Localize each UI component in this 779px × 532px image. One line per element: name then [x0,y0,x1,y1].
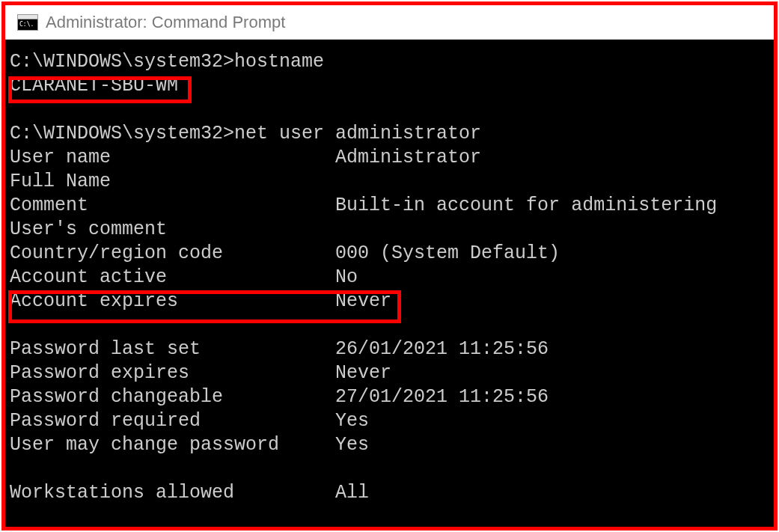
cmd-icon-text: C:\. [18,19,37,30]
row-country: Country/region code 000 (System Default) [10,242,560,264]
prompt-line-1: C:\WINDOWS\system32>hostname [10,51,324,73]
row-user-may-change: User may change password Yes [10,434,369,456]
row-pwd-changeable: Password changeable 27/01/2021 11:25:56 [10,386,549,408]
row-workstations: Workstations allowed All [10,482,369,504]
row-account-expires: Account expires Never [10,290,391,312]
row-pwd-last-set: Password last set 26/01/2021 11:25:56 [10,338,549,360]
row-users-comment: User's comment [10,218,335,240]
titlebar: C:\. Administrator: Command Prompt [5,5,774,40]
cmd-icon: C:\. [17,14,38,31]
window-frame: C:\. Administrator: Command Prompt C:\WI… [1,1,778,531]
row-pwd-required: Password required Yes [10,410,369,432]
row-full-name: Full Name [10,171,335,192]
row-account-active: Account active No [10,266,358,288]
terminal-output[interactable]: C:\WINDOWS\system32>hostname CLARANET-SB… [5,40,774,527]
hostname-output: CLARANET-SBU-WM [10,75,178,97]
row-comment: Comment Built-in account for administeri… [10,195,717,216]
prompt-line-2: C:\WINDOWS\system32>net user administrat… [10,123,481,144]
window-title: Administrator: Command Prompt [46,13,285,32]
row-pwd-expires: Password expires Never [10,362,391,384]
row-user-name: User name Administrator [10,147,481,168]
